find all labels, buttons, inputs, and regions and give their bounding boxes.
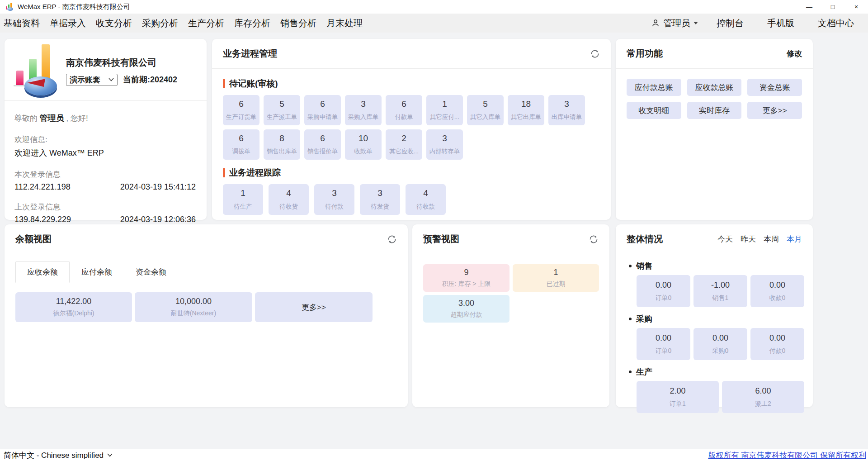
tile-outbound-request[interactable]: 3出库申请单	[548, 95, 585, 125]
purchase-order-tile[interactable]: 0.00订单0	[637, 328, 690, 360]
balance-tile-nexteer[interactable]: 10,000.00 耐世特(Nexteer)	[135, 292, 252, 322]
menu-base-data[interactable]: 基础资料	[0, 17, 45, 29]
window-title: WeMax ERP - 南京伟麦科技有限公司	[18, 3, 130, 11]
purchase-amount-tile[interactable]: 0.00采购0	[693, 328, 747, 360]
user-icon	[651, 19, 660, 28]
pending-tile-grid: 6生产订货单 5生产派工单 6采购申请单 3采购入库单 6付款单 1其它应付..…	[223, 95, 600, 160]
alert-tile-expired[interactable]: 1 已过期	[513, 264, 599, 292]
tile-other-receivable[interactable]: 2其它应收...	[386, 129, 422, 160]
income-expense-detail-button[interactable]: 收支明细	[627, 102, 681, 119]
menu-inventory-analysis[interactable]: 库存分析	[229, 17, 275, 29]
tile-to-pay[interactable]: 3待付款	[314, 184, 354, 215]
balance-view-card: 余额视图 应收余额 应付余额 资金余额 11,422.00 德尔福(Delphi…	[5, 224, 408, 407]
cash-ledger-button[interactable]: 资金总账	[747, 79, 802, 96]
tile-sales-quote[interactable]: 6销售报价单	[304, 129, 341, 160]
erp-dashboard: WeMax ERP - 南京伟麦科技有限公司 — □ × 基础资料 单据录入 收…	[0, 0, 868, 461]
alert-tiles: 9 积压: 库存 > 上限 1 已过期 3.00 超期应付款	[412, 254, 609, 323]
last-login-row: 139.84.229.229 2024-03-19 12:06:36	[14, 215, 197, 224]
tile-receipt[interactable]: 10收款单	[345, 129, 382, 160]
sales-group-header: 销售	[616, 261, 813, 271]
chevron-down-icon	[693, 22, 698, 24]
account-set-value: 演示账套	[70, 75, 100, 85]
user-menu[interactable]: 管理员	[651, 17, 698, 29]
tracking-section-header: 业务进程跟踪	[223, 167, 600, 179]
alert-tile-overstock[interactable]: 9 积压: 库存 > 上限	[423, 264, 509, 292]
menu-sales-analysis[interactable]: 销售分析	[275, 17, 321, 29]
balance-tile-delphi[interactable]: 11,422.00 德尔福(Delphi)	[15, 292, 132, 322]
purchase-payment-tile[interactable]: 0.00付款0	[750, 328, 804, 360]
production-group-title: 生产	[636, 366, 652, 377]
production-order-tile[interactable]: 2.00订单1	[637, 381, 719, 413]
language-value: 简体中文 - Chinese simplified	[4, 450, 104, 461]
sales-order-tile[interactable]: 0.00订单0	[637, 275, 690, 307]
tab-payable-balance[interactable]: 应付余额	[70, 261, 124, 283]
menu-month-end[interactable]: 月末处理	[321, 17, 368, 29]
receivable-ledger-button[interactable]: 应收款总账	[687, 79, 742, 96]
business-card-title: 业务进程管理	[223, 48, 277, 60]
sales-amount-tile[interactable]: -1.00销售1	[693, 275, 747, 307]
welcome-text: 欢迎进入 WeMax™ ERP	[14, 147, 197, 158]
menu-mobile-version[interactable]: 手机版	[762, 17, 799, 29]
window-controls: — □ ×	[797, 0, 868, 14]
tile-other-payable[interactable]: 1其它应付...	[426, 95, 463, 125]
account-set-select[interactable]: 演示账套	[66, 74, 118, 86]
tile-to-receive-goods[interactable]: 4待收货	[269, 184, 309, 215]
tile-transfer[interactable]: 6调拨单	[223, 129, 259, 160]
menu-document-entry[interactable]: 单据录入	[45, 17, 91, 29]
alert-tile-overdue-payable[interactable]: 3.00 超期应付款	[423, 295, 509, 323]
last-login-ip: 139.84.229.229	[14, 215, 71, 224]
language-select[interactable]: 简体中文 - Chinese simplified	[0, 450, 113, 461]
balance-more-button[interactable]: 更多>>	[255, 292, 373, 322]
tab-cash-balance[interactable]: 资金余额	[124, 261, 178, 283]
titlebar: WeMax ERP - 南京伟麦科技有限公司 — □ ×	[0, 0, 868, 14]
refresh-icon[interactable]	[590, 49, 600, 59]
refresh-icon[interactable]	[387, 234, 397, 244]
common-functions-card: 常用功能 修改 应付款总账 应收款总账 资金总账 收支明细 实时库存 更多>>	[616, 39, 813, 220]
edit-button[interactable]: 修改	[787, 48, 802, 59]
minimize-button[interactable]: —	[797, 0, 821, 14]
tile-to-ship[interactable]: 3待发货	[360, 184, 400, 215]
tile-payment[interactable]: 6付款单	[386, 95, 422, 125]
tile-to-produce[interactable]: 1待生产	[223, 184, 263, 215]
refresh-icon[interactable]	[589, 234, 599, 244]
tile-internal-transfer[interactable]: 3内部转存单	[426, 129, 463, 160]
filter-today[interactable]: 今天	[717, 234, 733, 244]
tile-sales-outbound[interactable]: 8销售出库单	[264, 129, 300, 160]
filter-this-month[interactable]: 本月	[787, 234, 802, 244]
current-period: 当前期:202402	[123, 74, 177, 85]
menu-income-expense-analysis[interactable]: 收支分析	[91, 17, 137, 29]
sales-group-title: 销售	[636, 261, 652, 271]
common-card-title: 常用功能	[627, 48, 663, 60]
more-functions-button[interactable]: 更多>>	[747, 102, 802, 119]
payable-ledger-button[interactable]: 应付款总账	[627, 79, 681, 96]
tile-other-inbound[interactable]: 5其它入库单	[467, 95, 504, 125]
bullet-icon	[629, 371, 632, 373]
welcome-label: 欢迎信息:	[14, 134, 197, 145]
realtime-inventory-button[interactable]: 实时库存	[687, 102, 742, 119]
menu-console[interactable]: 控制台	[712, 17, 749, 29]
tile-purchase-inbound[interactable]: 3采购入库单	[345, 95, 382, 125]
menu-doc-center[interactable]: 文档中心	[813, 17, 859, 29]
production-dispatch-tile[interactable]: 6.00派工2	[722, 381, 804, 413]
tile-to-collect[interactable]: 4待收款	[406, 184, 446, 215]
company-name: 南京伟麦科技有限公司	[66, 57, 177, 69]
business-process-card: 业务进程管理 待记账(审核) 6生产订货单 5生产派工单 6采购申请单 3采购入…	[212, 39, 611, 220]
sales-receipt-tile[interactable]: 0.00收款0	[750, 275, 804, 307]
tile-production-order[interactable]: 6生产订货单	[223, 95, 259, 125]
tile-other-outbound[interactable]: 18其它出库单	[508, 95, 544, 125]
company-logo-icon	[13, 46, 60, 96]
footer: 简体中文 - Chinese simplified 版权所有 南京伟麦科技有限公…	[0, 449, 868, 461]
tile-purchase-request[interactable]: 6采购申请单	[304, 95, 341, 125]
filter-this-week[interactable]: 本周	[764, 234, 779, 244]
tab-receivable-balance[interactable]: 应收余额	[15, 261, 70, 283]
user-name: 管理员	[663, 17, 690, 29]
close-button[interactable]: ×	[844, 0, 868, 14]
copyright-link[interactable]: 版权所有 南京伟麦科技有限公司 保留所有权利	[708, 450, 868, 461]
filter-yesterday[interactable]: 昨天	[741, 234, 756, 244]
menu-production-analysis[interactable]: 生产分析	[183, 17, 229, 29]
purchase-group-header: 采购	[616, 314, 813, 324]
bullet-icon	[629, 265, 632, 267]
maximize-button[interactable]: □	[821, 0, 844, 14]
menu-purchase-analysis[interactable]: 采购分析	[137, 17, 183, 29]
tile-production-dispatch[interactable]: 5生产派工单	[264, 95, 300, 125]
